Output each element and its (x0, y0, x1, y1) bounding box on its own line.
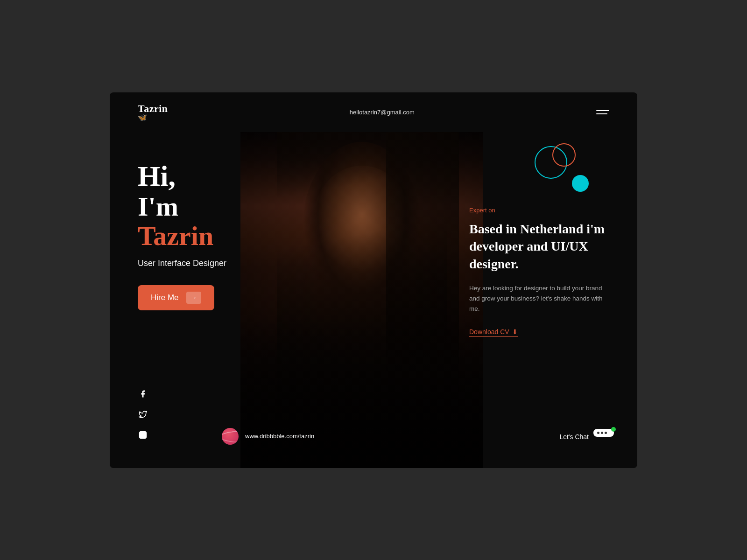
chat-dot-2 (601, 432, 603, 434)
greeting: Hi, I'm Tazrin User Interface Designer H… (138, 160, 240, 311)
arrow-icon: → (186, 292, 201, 304)
name-line: I'm Tazrin (138, 192, 240, 252)
header-email[interactable]: hellotazrin7@gmail.com (350, 109, 415, 116)
portrait-area (240, 132, 483, 468)
chat-dot-3 (605, 432, 607, 434)
svg-point-1 (141, 434, 144, 436)
header: Tazrin 🦋 hellotazrin7@gmail.com (110, 92, 637, 132)
expert-body: Hey are looking for designer to build yo… (469, 283, 614, 315)
svg-point-2 (144, 433, 145, 434)
hi-text: Hi, (138, 160, 240, 192)
subtitle: User Interface Designer (138, 259, 240, 268)
designer-name: Tazrin (138, 221, 213, 251)
logo-bird-icon: 🦋 (138, 113, 147, 122)
dribbble-url[interactable]: www.dribbbble.com/tazrin (245, 433, 314, 440)
portrait-image (240, 132, 483, 468)
expert-heading: Based in Netherland i'm developer and UI… (469, 220, 614, 273)
download-cv-link[interactable]: Download CV ⬇ (469, 328, 518, 337)
logo-area: Tazrin 🦋 (138, 103, 168, 122)
chat-dot-1 (597, 432, 599, 434)
chat-label: Let's Chat (559, 433, 589, 441)
decorative-circles (525, 137, 600, 193)
social-icons (138, 389, 148, 440)
download-icon: ⬇ (512, 328, 518, 336)
chat-icon (593, 429, 614, 445)
dribbble-ball-icon (222, 428, 239, 445)
circle-ring-orange (552, 143, 576, 167)
im-prefix: I'm (138, 191, 178, 222)
browser-window: Tazrin 🦋 hellotazrin7@gmail.com (110, 92, 637, 468)
facebook-icon[interactable] (138, 389, 148, 399)
circle-solid-cyan (572, 175, 589, 192)
expert-label: Expert on (469, 207, 614, 214)
download-cv-label: Download CV (469, 328, 509, 336)
hire-me-button[interactable]: Hire Me → (138, 285, 214, 310)
chat-bubble[interactable]: Let's Chat (559, 429, 614, 445)
main-content: Hi, I'm Tazrin User Interface Designer H… (110, 132, 637, 468)
twitter-icon[interactable] (138, 409, 148, 420)
left-section: Hi, I'm Tazrin User Interface Designer H… (110, 132, 268, 468)
right-section: Expert on Based in Netherland i'm develo… (455, 132, 637, 351)
hamburger-menu[interactable] (596, 110, 609, 114)
dribbble-area: www.dribbbble.com/tazrin (222, 428, 314, 445)
instagram-icon[interactable] (138, 430, 148, 440)
hire-me-label: Hire Me (151, 293, 179, 302)
chat-notification-badge (611, 427, 616, 432)
